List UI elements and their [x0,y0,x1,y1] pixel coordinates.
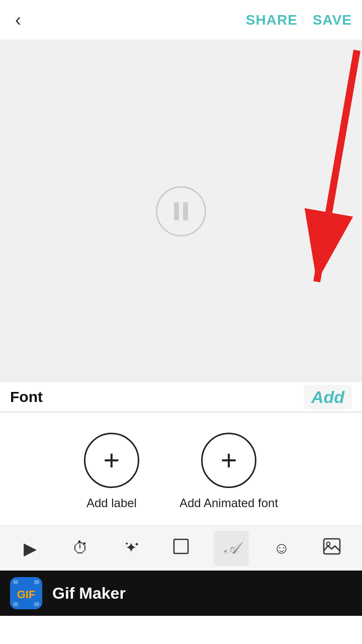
toolbar-image-button[interactable] [314,531,349,566]
font-bar: Font Add [0,382,362,413]
header: ‹ SHARE SAVE [0,0,362,40]
svg-rect-12 [34,602,39,606]
add-animated-font-action[interactable]: + Add Animated font [179,433,278,510]
save-button[interactable]: SAVE [313,12,352,28]
share-button[interactable]: SHARE [246,12,298,28]
add-label-plus-icon: + [104,446,120,474]
toolbar-emoji-button[interactable]: ☺ [264,531,299,566]
effects-icon: ✦ ✦ ✦ [122,539,140,557]
app-name-text: Gif Maker [52,584,126,603]
svg-rect-6 [324,539,340,554]
toolbar-play-button[interactable]: ▶ [13,531,48,566]
text-icon: 𝒜 [224,539,238,557]
bottom-toolbar: ▶ ⏱ ✦ ✦ ✦ 𝒜 ☺ [0,525,362,571]
svg-rect-11 [34,580,39,584]
add-animated-font-text: Add Animated font [179,496,278,510]
actions-area: + Add label + Add Animated font [0,413,362,525]
back-button[interactable]: ‹ [10,5,26,36]
play-icon: ▶ [24,538,37,558]
header-actions: SHARE SAVE [246,12,352,28]
svg-text:GIF: GIF [17,588,36,601]
pause-bar-right [183,202,188,220]
toolbar-text-button[interactable]: 𝒜 [214,531,249,566]
app-bar: GIF Gif Maker [0,571,362,616]
add-label-circle: + [84,433,139,488]
add-label-action[interactable]: + Add label [84,433,139,510]
svg-rect-9 [13,580,18,584]
svg-text:✦: ✦ [134,541,139,548]
app-icon: GIF [10,577,42,609]
svg-point-7 [327,542,330,545]
toolbar-timer-button[interactable]: ⏱ [63,531,98,566]
add-label-text: Add label [86,496,137,510]
svg-rect-10 [13,602,18,606]
svg-text:✦: ✦ [125,541,129,546]
toolbar-crop-button[interactable] [163,531,199,566]
pause-icon [174,202,188,220]
svg-rect-5 [174,539,188,553]
add-animated-font-circle: + [201,433,256,488]
canvas-area [0,40,362,382]
pause-button[interactable] [156,186,206,236]
font-label: Font [10,388,43,406]
font-add-button[interactable]: Add [304,385,352,410]
image-icon [323,538,341,559]
toolbar-effects-button[interactable]: ✦ ✦ ✦ [113,531,148,566]
pause-bar-left [174,202,179,220]
timer-icon: ⏱ [72,539,88,557]
add-animated-font-plus-icon: + [221,446,237,474]
emoji-icon: ☺ [274,539,290,557]
crop-icon [172,538,190,559]
